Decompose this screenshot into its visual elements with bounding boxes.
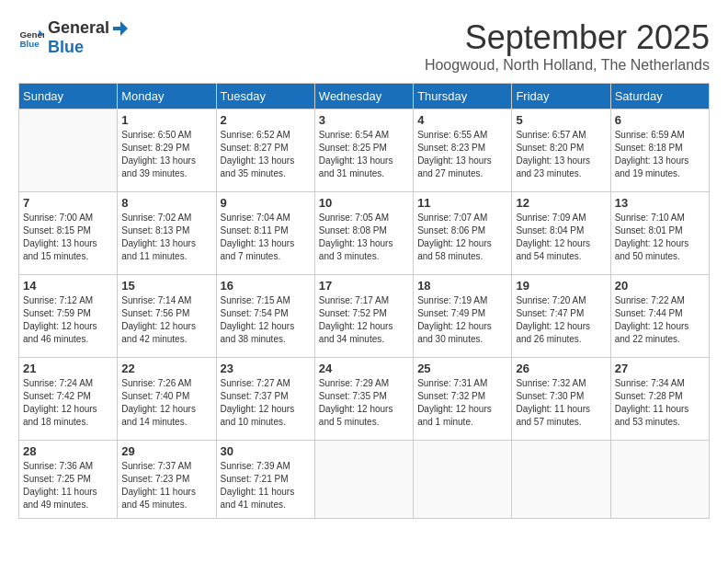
day-number: 30 bbox=[221, 444, 311, 458]
logo-arrow-icon bbox=[111, 19, 130, 38]
calendar-cell: 30Sunrise: 7:39 AM Sunset: 7:21 PM Dayli… bbox=[216, 441, 314, 519]
svg-text:Blue: Blue bbox=[19, 39, 40, 49]
calendar-cell: 25Sunrise: 7:31 AM Sunset: 7:32 PM Dayli… bbox=[414, 358, 512, 441]
logo-icon: General Blue bbox=[18, 25, 44, 51]
calendar-cell: 8Sunrise: 7:02 AM Sunset: 8:13 PM Daylig… bbox=[118, 192, 216, 275]
calendar-cell bbox=[414, 441, 512, 519]
calendar-cell: 3Sunrise: 6:54 AM Sunset: 8:25 PM Daylig… bbox=[314, 109, 413, 192]
day-number: 15 bbox=[121, 279, 211, 293]
day-info: Sunrise: 7:17 AM Sunset: 7:52 PM Dayligh… bbox=[319, 294, 409, 346]
calendar-cell: 20Sunrise: 7:22 AM Sunset: 7:44 PM Dayli… bbox=[610, 275, 709, 358]
calendar-cell bbox=[19, 109, 118, 192]
weekday-header-sunday: Sunday bbox=[19, 84, 118, 109]
day-number: 21 bbox=[23, 362, 113, 375]
day-number: 14 bbox=[23, 279, 113, 293]
day-number: 25 bbox=[417, 362, 507, 375]
day-info: Sunrise: 7:07 AM Sunset: 8:06 PM Dayligh… bbox=[417, 212, 507, 263]
day-number: 18 bbox=[417, 279, 507, 293]
day-info: Sunrise: 6:55 AM Sunset: 8:23 PM Dayligh… bbox=[417, 129, 507, 180]
day-number: 29 bbox=[121, 444, 211, 458]
logo: General Blue General Blue bbox=[18, 18, 130, 57]
calendar-week-row: 21Sunrise: 7:24 AM Sunset: 7:42 PM Dayli… bbox=[19, 358, 710, 441]
day-info: Sunrise: 6:59 AM Sunset: 8:18 PM Dayligh… bbox=[615, 129, 705, 180]
calendar-cell: 12Sunrise: 7:09 AM Sunset: 8:04 PM Dayli… bbox=[512, 192, 610, 275]
calendar-cell: 27Sunrise: 7:34 AM Sunset: 7:28 PM Dayli… bbox=[610, 358, 709, 441]
calendar-cell: 1Sunrise: 6:50 AM Sunset: 8:29 PM Daylig… bbox=[118, 109, 216, 192]
day-info: Sunrise: 7:09 AM Sunset: 8:04 PM Dayligh… bbox=[516, 212, 606, 263]
day-number: 4 bbox=[417, 113, 507, 127]
day-number: 5 bbox=[516, 113, 606, 127]
weekday-header-wednesday: Wednesday bbox=[314, 84, 413, 109]
day-info: Sunrise: 7:15 AM Sunset: 7:54 PM Dayligh… bbox=[221, 294, 311, 346]
day-number: 2 bbox=[221, 113, 311, 127]
day-number: 3 bbox=[319, 113, 409, 127]
day-number: 24 bbox=[319, 362, 409, 375]
calendar-cell: 5Sunrise: 6:57 AM Sunset: 8:20 PM Daylig… bbox=[512, 109, 610, 192]
day-info: Sunrise: 6:54 AM Sunset: 8:25 PM Dayligh… bbox=[319, 129, 409, 180]
calendar-cell: 10Sunrise: 7:05 AM Sunset: 8:08 PM Dayli… bbox=[314, 192, 413, 275]
weekday-header-friday: Friday bbox=[512, 84, 610, 109]
calendar-cell: 17Sunrise: 7:17 AM Sunset: 7:52 PM Dayli… bbox=[314, 275, 413, 358]
day-info: Sunrise: 7:29 AM Sunset: 7:35 PM Dayligh… bbox=[319, 377, 409, 429]
day-number: 10 bbox=[319, 196, 409, 210]
calendar-cell: 7Sunrise: 7:00 AM Sunset: 8:15 PM Daylig… bbox=[19, 192, 118, 275]
day-number: 26 bbox=[516, 362, 606, 375]
day-number: 28 bbox=[23, 444, 113, 458]
day-number: 7 bbox=[23, 196, 113, 210]
calendar-cell bbox=[314, 441, 413, 519]
day-info: Sunrise: 7:04 AM Sunset: 8:11 PM Dayligh… bbox=[221, 212, 311, 263]
day-info: Sunrise: 7:37 AM Sunset: 7:23 PM Dayligh… bbox=[121, 460, 211, 511]
title-section: September 2025 Hoogwoud, North Holland, … bbox=[425, 18, 710, 74]
location-title: Hoogwoud, North Holland, The Netherlands bbox=[425, 57, 710, 74]
day-number: 19 bbox=[516, 279, 606, 293]
day-number: 6 bbox=[615, 113, 705, 127]
day-info: Sunrise: 7:36 AM Sunset: 7:25 PM Dayligh… bbox=[23, 460, 113, 511]
day-info: Sunrise: 7:14 AM Sunset: 7:56 PM Dayligh… bbox=[121, 294, 211, 346]
day-info: Sunrise: 7:31 AM Sunset: 7:32 PM Dayligh… bbox=[417, 377, 507, 429]
calendar-header-row: SundayMondayTuesdayWednesdayThursdayFrid… bbox=[19, 84, 710, 109]
day-info: Sunrise: 7:27 AM Sunset: 7:37 PM Dayligh… bbox=[221, 377, 311, 429]
calendar-cell: 21Sunrise: 7:24 AM Sunset: 7:42 PM Dayli… bbox=[19, 358, 118, 441]
weekday-header-monday: Monday bbox=[118, 84, 216, 109]
day-info: Sunrise: 7:00 AM Sunset: 8:15 PM Dayligh… bbox=[23, 212, 113, 263]
logo-general-text: General bbox=[48, 18, 109, 38]
calendar-cell: 28Sunrise: 7:36 AM Sunset: 7:25 PM Dayli… bbox=[19, 441, 118, 519]
day-number: 20 bbox=[615, 279, 705, 293]
day-info: Sunrise: 7:05 AM Sunset: 8:08 PM Dayligh… bbox=[319, 212, 409, 263]
calendar-cell: 22Sunrise: 7:26 AM Sunset: 7:40 PM Dayli… bbox=[118, 358, 216, 441]
calendar-cell: 2Sunrise: 6:52 AM Sunset: 8:27 PM Daylig… bbox=[216, 109, 314, 192]
weekday-header-thursday: Thursday bbox=[414, 84, 512, 109]
day-number: 8 bbox=[121, 196, 211, 210]
calendar-week-row: 14Sunrise: 7:12 AM Sunset: 7:59 PM Dayli… bbox=[19, 275, 710, 358]
calendar-cell: 16Sunrise: 7:15 AM Sunset: 7:54 PM Dayli… bbox=[216, 275, 314, 358]
day-number: 23 bbox=[221, 362, 311, 375]
calendar-week-row: 1Sunrise: 6:50 AM Sunset: 8:29 PM Daylig… bbox=[19, 109, 710, 192]
calendar-cell: 15Sunrise: 7:14 AM Sunset: 7:56 PM Dayli… bbox=[118, 275, 216, 358]
calendar-cell: 4Sunrise: 6:55 AM Sunset: 8:23 PM Daylig… bbox=[414, 109, 512, 192]
calendar-cell: 11Sunrise: 7:07 AM Sunset: 8:06 PM Dayli… bbox=[414, 192, 512, 275]
calendar-cell: 23Sunrise: 7:27 AM Sunset: 7:37 PM Dayli… bbox=[216, 358, 314, 441]
day-number: 17 bbox=[319, 279, 409, 293]
day-info: Sunrise: 7:32 AM Sunset: 7:30 PM Dayligh… bbox=[516, 377, 606, 429]
calendar-cell bbox=[512, 441, 610, 519]
day-number: 11 bbox=[417, 196, 507, 210]
day-number: 9 bbox=[221, 196, 311, 210]
day-info: Sunrise: 7:34 AM Sunset: 7:28 PM Dayligh… bbox=[615, 377, 705, 429]
day-info: Sunrise: 7:12 AM Sunset: 7:59 PM Dayligh… bbox=[23, 294, 113, 346]
weekday-header-tuesday: Tuesday bbox=[216, 84, 314, 109]
calendar-cell: 29Sunrise: 7:37 AM Sunset: 7:23 PM Dayli… bbox=[118, 441, 216, 519]
calendar-cell: 14Sunrise: 7:12 AM Sunset: 7:59 PM Dayli… bbox=[19, 275, 118, 358]
day-info: Sunrise: 7:20 AM Sunset: 7:47 PM Dayligh… bbox=[516, 294, 606, 346]
calendar-cell: 24Sunrise: 7:29 AM Sunset: 7:35 PM Dayli… bbox=[314, 358, 413, 441]
weekday-header-saturday: Saturday bbox=[610, 84, 709, 109]
header: General Blue General Blue September 2025… bbox=[18, 18, 710, 74]
calendar-cell: 9Sunrise: 7:04 AM Sunset: 8:11 PM Daylig… bbox=[216, 192, 314, 275]
day-number: 22 bbox=[121, 362, 211, 375]
month-title: September 2025 bbox=[425, 18, 710, 57]
calendar-cell: 19Sunrise: 7:20 AM Sunset: 7:47 PM Dayli… bbox=[512, 275, 610, 358]
day-info: Sunrise: 6:52 AM Sunset: 8:27 PM Dayligh… bbox=[221, 129, 311, 180]
svg-marker-3 bbox=[113, 21, 128, 36]
day-number: 16 bbox=[221, 279, 311, 293]
day-info: Sunrise: 7:26 AM Sunset: 7:40 PM Dayligh… bbox=[121, 377, 211, 429]
calendar-cell: 26Sunrise: 7:32 AM Sunset: 7:30 PM Dayli… bbox=[512, 358, 610, 441]
